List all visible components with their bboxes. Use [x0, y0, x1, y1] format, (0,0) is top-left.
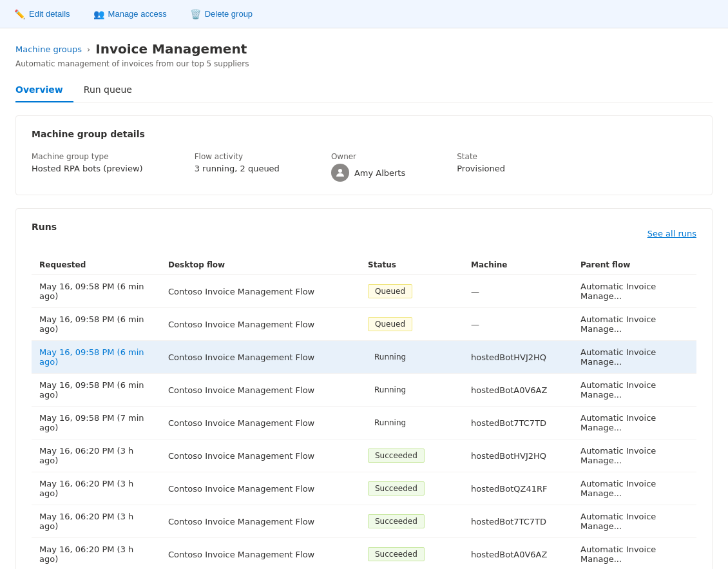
col-header-parent-flow: Parent flow [573, 255, 696, 275]
table-row[interactable]: May 16, 09:58 PM (7 min ago)Contoso Invo… [32, 407, 696, 439]
col-header-desktop-flow: Desktop flow [160, 255, 360, 275]
cell-parent-flow: Automatic Invoice Manage... [573, 341, 696, 374]
status-badge: Succeeded [368, 448, 425, 463]
type-label: Machine group type [32, 152, 143, 161]
cell-machine: hostedBotA0V6AZ [463, 374, 573, 407]
svg-point-0 [338, 169, 342, 173]
cell-requested: May 16, 06:20 PM (3 h ago) [32, 439, 160, 472]
cell-desktop-flow: Contoso Invoice Management Flow [160, 374, 360, 407]
cell-machine: hostedBotHVJ2HQ [463, 439, 573, 472]
cell-machine: hostedBot7TC7TD [463, 505, 573, 538]
status-badge: Succeeded [368, 481, 425, 496]
cell-desktop-flow: Contoso Invoice Management Flow [160, 538, 360, 570]
cell-status: Queued [360, 275, 463, 308]
runs-header: Runs See all runs [32, 222, 696, 245]
edit-details-button[interactable]: ✏️ Edit details [10, 6, 74, 22]
type-value: Hosted RPA bots (preview) [32, 164, 143, 173]
cell-requested: May 16, 09:58 PM (7 min ago) [32, 407, 160, 439]
cell-desktop-flow: Contoso Invoice Management Flow [160, 505, 360, 538]
tab-overview[interactable]: Overview [15, 79, 73, 102]
status-badge: Queued [368, 317, 412, 331]
cell-machine: — [463, 275, 573, 308]
avatar [331, 164, 349, 182]
cell-desktop-flow: Contoso Invoice Management Flow [160, 341, 360, 374]
page-content: Machine groups › Invoice Management Auto… [0, 28, 728, 569]
page-subtitle: Automatic management of invoices from ou… [15, 59, 713, 68]
cell-status: Succeeded [360, 439, 463, 472]
details-row: Machine group type Hosted RPA bots (prev… [32, 152, 696, 182]
state-label: State [457, 152, 505, 161]
toolbar: ✏️ Edit details 👥 Manage access 🗑️ Delet… [0, 0, 728, 28]
activity-value: 3 running, 2 queued [195, 164, 280, 173]
runs-title: Runs [32, 222, 57, 232]
cell-machine: hostedBotQZ41RF [463, 472, 573, 505]
detail-state: State Provisioned [457, 152, 505, 173]
cell-machine: hostedBotHVJ2HQ [463, 341, 573, 374]
table-row[interactable]: May 16, 09:58 PM (6 min ago)Contoso Invo… [32, 374, 696, 407]
table-row[interactable]: May 16, 09:58 PM (6 min ago)Contoso Invo… [32, 341, 696, 374]
col-header-status: Status [360, 255, 463, 275]
cell-machine: hostedBot7TC7TD [463, 407, 573, 439]
table-row[interactable]: May 16, 06:20 PM (3 h ago)Contoso Invoic… [32, 472, 696, 505]
cell-requested: May 16, 09:58 PM (6 min ago) [32, 275, 160, 308]
cell-desktop-flow: Contoso Invoice Management Flow [160, 472, 360, 505]
cell-parent-flow: Automatic Invoice Manage... [573, 439, 696, 472]
detail-owner: Owner Amy Alberts [331, 152, 405, 182]
cell-requested: May 16, 06:20 PM (3 h ago) [32, 505, 160, 538]
cell-desktop-flow: Contoso Invoice Management Flow [160, 407, 360, 439]
status-badge: Queued [368, 284, 412, 298]
cell-requested: May 16, 06:20 PM (3 h ago) [32, 538, 160, 570]
breadcrumb-parent-link[interactable]: Machine groups [15, 44, 82, 54]
cell-parent-flow: Automatic Invoice Manage... [573, 472, 696, 505]
cell-requested: May 16, 09:58 PM (6 min ago) [32, 341, 160, 374]
cell-requested: May 16, 06:20 PM (3 h ago) [32, 472, 160, 505]
owner-value-row: Amy Alberts [331, 164, 405, 182]
state-value: Provisioned [457, 164, 505, 173]
runs-table: Requested Desktop flow Status Machine Pa… [32, 255, 696, 569]
edit-icon: ✏️ [14, 9, 25, 19]
cell-parent-flow: Automatic Invoice Manage... [573, 275, 696, 308]
cell-status: Succeeded [360, 505, 463, 538]
machine-group-details-card: Machine group details Machine group type… [15, 115, 713, 195]
table-row[interactable]: May 16, 06:20 PM (3 h ago)Contoso Invoic… [32, 538, 696, 570]
edit-label: Edit details [29, 9, 70, 19]
cell-parent-flow: Automatic Invoice Manage... [573, 538, 696, 570]
cell-status: Running [360, 407, 463, 439]
cell-machine: hostedBotA0V6AZ [463, 538, 573, 570]
table-row[interactable]: May 16, 06:20 PM (3 h ago)Contoso Invoic… [32, 439, 696, 472]
manage-label: Manage access [108, 9, 167, 19]
status-badge: Succeeded [368, 514, 425, 528]
cell-status: Running [360, 341, 463, 374]
tab-run-queue[interactable]: Run queue [84, 79, 142, 102]
page-title: Invoice Management [95, 41, 247, 57]
cell-requested: May 16, 09:58 PM (6 min ago) [32, 308, 160, 341]
cell-status: Succeeded [360, 472, 463, 505]
cell-parent-flow: Automatic Invoice Manage... [573, 374, 696, 407]
manage-access-button[interactable]: 👥 Manage access [90, 6, 171, 22]
status-badge: Running [368, 383, 412, 396]
cell-parent-flow: Automatic Invoice Manage... [573, 407, 696, 439]
breadcrumb-separator: › [87, 44, 90, 54]
cell-status: Running [360, 374, 463, 407]
table-row[interactable]: May 16, 06:20 PM (3 h ago)Contoso Invoic… [32, 505, 696, 538]
table-row[interactable]: May 16, 09:58 PM (6 min ago)Contoso Invo… [32, 275, 696, 308]
tabs: Overview Run queue [15, 79, 713, 102]
detail-type: Machine group type Hosted RPA bots (prev… [32, 152, 143, 173]
status-badge: Running [368, 351, 412, 363]
breadcrumb: Machine groups › Invoice Management [15, 41, 713, 57]
cell-desktop-flow: Contoso Invoice Management Flow [160, 275, 360, 308]
status-badge: Succeeded [368, 547, 425, 561]
cell-desktop-flow: Contoso Invoice Management Flow [160, 308, 360, 341]
details-card-title: Machine group details [32, 129, 696, 139]
cell-status: Succeeded [360, 538, 463, 570]
delete-icon: 🗑️ [190, 9, 201, 19]
see-all-runs-link[interactable]: See all runs [647, 229, 696, 238]
owner-label: Owner [331, 152, 405, 161]
cell-machine: — [463, 308, 573, 341]
cell-parent-flow: Automatic Invoice Manage... [573, 505, 696, 538]
delete-group-button[interactable]: 🗑️ Delete group [186, 6, 256, 22]
runs-card: Runs See all runs Requested Desktop flow… [15, 208, 713, 569]
cell-status: Queued [360, 308, 463, 341]
table-row[interactable]: May 16, 09:58 PM (6 min ago)Contoso Invo… [32, 308, 696, 341]
manage-icon: 👥 [93, 9, 104, 19]
